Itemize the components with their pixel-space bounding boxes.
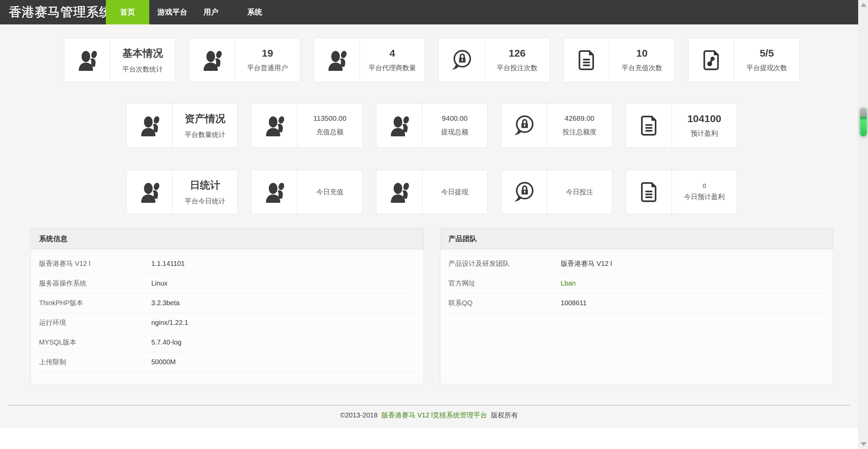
nav-menu: 首页 游戏平台 用户 系统 xyxy=(106,0,270,24)
info-row: 服务器操作系统 Linux xyxy=(39,274,416,293)
stats-row-daily: 日统计 平台今日统计 今日充值 今日提现 今日投注 xyxy=(127,170,858,214)
card-value: 113500.00 xyxy=(313,114,347,122)
stat-card-recharge-total: 113500.00 充值总额 xyxy=(251,103,363,148)
file-nodes-icon xyxy=(700,49,722,71)
info-row: MYSQL版本 5.7.40-log xyxy=(39,333,416,352)
card-label: 平台今日统计 xyxy=(185,197,226,206)
card-label: 平台普通用户 xyxy=(247,63,288,73)
stat-card-withdraw-count: 5/5 平台提现次数 xyxy=(688,38,799,82)
nav-item-system[interactable]: 系统 xyxy=(239,0,270,24)
lock-bubble-icon xyxy=(513,181,535,203)
info-value: 3.2.3beta xyxy=(151,299,179,307)
stat-card-bet-count: 126 平台投注次数 xyxy=(439,38,550,82)
card-value: 126 xyxy=(508,47,525,59)
vertical-scrollbar[interactable] xyxy=(858,0,868,449)
card-value: 4 xyxy=(389,47,395,59)
card-title: 资产情况 xyxy=(185,112,226,126)
card-label: 平台提现次数 xyxy=(747,63,787,73)
file-text-icon xyxy=(638,115,660,136)
stat-card-daily-overview: 日统计 平台今日统计 xyxy=(127,170,238,214)
card-value: 104100 xyxy=(687,113,721,124)
info-label: 联系QQ xyxy=(448,298,561,308)
card-label: 今日提现 xyxy=(441,188,468,197)
card-value: 42689.00 xyxy=(565,114,595,122)
info-label: MYSQL版本 xyxy=(39,338,151,347)
system-info-panel: 系统信息 版香港赛马 V12 l 1.1.141101 服务器操作系统 Linu… xyxy=(31,228,424,384)
users-icon xyxy=(388,181,410,203)
users-icon xyxy=(326,49,348,71)
card-label: 提现总额 xyxy=(441,128,468,137)
official-site-link[interactable]: Lban xyxy=(561,279,576,287)
card-label: 平台代理商数量 xyxy=(369,63,416,73)
stat-card-normal-users: 19 平台普通用户 xyxy=(189,38,300,82)
lock-bubble-icon xyxy=(513,115,535,136)
stat-card-bet-total: 42689.00 投注总额度 xyxy=(501,103,612,148)
stat-card-today-withdraw: 今日提现 xyxy=(376,170,487,214)
info-row: ThinkPHP版本 3.2.3beta xyxy=(39,293,416,313)
main-content: 基本情况 平台次数统计 19 平台普通用户 4 平台代理商数量 xyxy=(0,24,858,428)
panel-title: 系统信息 xyxy=(31,228,424,249)
nav-item-game-platform[interactable]: 游戏平台 xyxy=(149,0,195,24)
info-label: 运行环境 xyxy=(39,318,151,327)
card-label: 平台数量统计 xyxy=(185,130,226,139)
stat-card-today-profit: 0 今日预计盈利 xyxy=(626,170,737,214)
users-icon xyxy=(388,115,410,136)
info-row: 运行环境 nginx/1.22.1 xyxy=(39,313,416,333)
page: 香港赛马管理系统 首页 游戏平台 用户 系统 基本情况 平台次数统计 19 平 xyxy=(0,0,868,449)
card-label: 投注总额度 xyxy=(563,128,597,137)
stat-card-expected-profit: 104100 预计盈利 xyxy=(626,103,737,148)
info-row: 上传限制 50000M xyxy=(39,352,416,372)
stat-card-today-bet: 今日投注 xyxy=(501,170,612,214)
footer-copyright: ©2013-2018 版香港赛马 V12 l竞猜系统管理平台 版权所有 xyxy=(0,406,858,428)
card-label: 平台投注次数 xyxy=(497,63,538,73)
card-label: 今日充值 xyxy=(316,188,344,197)
nav-item-home[interactable]: 首页 xyxy=(106,0,149,24)
info-value: 1008611 xyxy=(561,299,586,307)
users-icon xyxy=(264,181,285,203)
card-label: 预计盈利 xyxy=(691,129,718,138)
stats-row-basic: 基本情况 平台次数统计 19 平台普通用户 4 平台代理商数量 xyxy=(64,38,858,82)
scroll-up-arrow-icon[interactable] xyxy=(861,3,867,7)
info-label: 产品设计及研发团队 xyxy=(448,259,561,268)
copyright-prefix: ©2013-2018 xyxy=(340,411,378,419)
info-row: 联系QQ 1008611 xyxy=(448,293,825,313)
users-icon xyxy=(264,115,285,136)
scrollbar-thumb[interactable] xyxy=(860,108,867,136)
copyright-suffix: 版权所有 xyxy=(491,411,518,419)
card-value: 10 xyxy=(636,47,648,59)
card-label: 平台次数统计 xyxy=(122,65,163,74)
card-label: 充值总额 xyxy=(316,128,344,137)
info-row: 产品设计及研发团队 版香港赛马 V12 l xyxy=(448,254,825,274)
scroll-down-arrow-icon[interactable] xyxy=(861,442,867,446)
lock-bubble-icon xyxy=(451,49,472,71)
card-value: 19 xyxy=(262,47,273,59)
card-value: 0 xyxy=(703,183,706,190)
card-title: 日统计 xyxy=(190,178,220,192)
users-icon xyxy=(139,181,160,203)
info-label: 服务器操作系统 xyxy=(39,279,151,288)
info-row: 版香港赛马 V12 l 1.1.141101 xyxy=(39,254,416,274)
users-icon xyxy=(139,115,160,136)
users-icon xyxy=(76,49,98,71)
info-label: 官方网址 xyxy=(448,279,561,288)
card-label: 今日预计盈利 xyxy=(684,192,725,201)
info-value: Linux xyxy=(151,279,168,287)
card-value: 9400.00 xyxy=(442,114,468,122)
info-value: 版香港赛马 V12 l xyxy=(561,259,612,268)
info-label: ThinkPHP版本 xyxy=(39,298,151,308)
info-panels: 系统信息 版香港赛马 V12 l 1.1.141101 服务器操作系统 Linu… xyxy=(31,228,858,384)
footer-platform-link[interactable]: 版香港赛马 V12 l竞猜系统管理平台 xyxy=(382,411,487,419)
info-label: 版香港赛马 V12 l xyxy=(39,259,151,268)
product-team-panel: 产品团队 产品设计及研发团队 版香港赛马 V12 l 官方网址 Lban 联系Q… xyxy=(440,228,833,384)
stat-card-assets-overview: 资产情况 平台数量统计 xyxy=(127,103,238,148)
card-title: 基本情况 xyxy=(122,46,163,60)
nav-item-users[interactable]: 用户 xyxy=(195,0,227,24)
info-row: 官方网址 Lban xyxy=(448,274,825,293)
brand-logo: 香港赛马管理系统 xyxy=(0,0,106,24)
stat-card-agents: 4 平台代理商数量 xyxy=(314,38,425,82)
stat-card-recharge-count: 10 平台充值次数 xyxy=(563,38,675,82)
info-value: nginx/1.22.1 xyxy=(151,319,188,327)
card-label: 平台充值次数 xyxy=(622,63,662,73)
navbar: 香港赛马管理系统 首页 游戏平台 用户 系统 xyxy=(0,0,858,24)
info-value: 1.1.141101 xyxy=(151,260,185,268)
